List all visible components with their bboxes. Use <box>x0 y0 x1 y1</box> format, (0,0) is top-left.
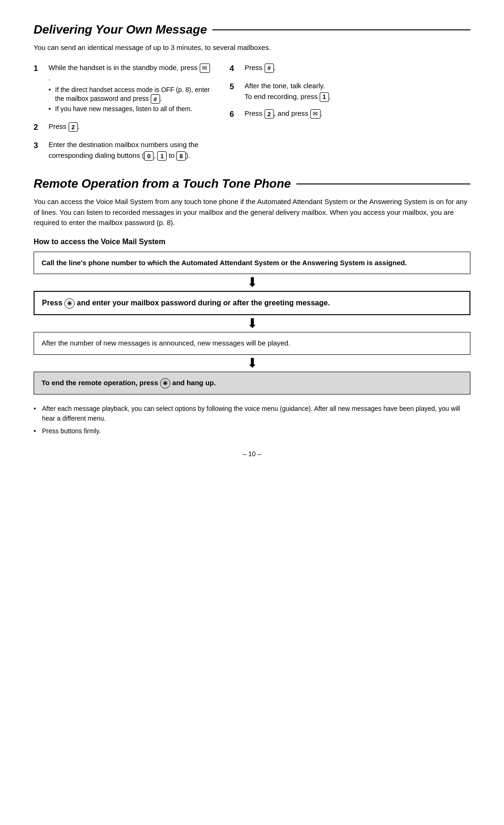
step-3-content: Enter the destination mailbox numbers us… <box>49 140 211 161</box>
step-2-content: Press 2. <box>49 121 211 132</box>
step-5: 5 After the tone, talk clearly.To end re… <box>230 81 470 102</box>
step-6: 6 Press 2, and press ✉. <box>230 108 470 120</box>
step-3-text: Enter the destination mailbox numbers us… <box>49 141 198 159</box>
key-1-step5: 1 <box>320 92 329 102</box>
flow-box-1: Call the line's phone number to which th… <box>34 252 470 275</box>
step-1-bullet-1: If the direct handset access mode is OFF… <box>49 85 211 104</box>
key-2-step2: 2 <box>69 122 78 132</box>
step-number-6: 6 <box>230 108 243 120</box>
section1-intro: You can send an identical message of up … <box>34 42 470 53</box>
flow-box-3-text: After the number of new messages is anno… <box>42 339 290 347</box>
section2: Remote Operation from a Touch Tone Phone… <box>34 176 470 436</box>
step-6-text: Press 2, and press ✉. <box>245 109 322 117</box>
step-5-text: After the tone, talk clearly.To end reco… <box>245 82 331 100</box>
step-1: 1 While the handset is in the standby mo… <box>34 63 211 115</box>
step-1-text: While the handset is in the standby mode… <box>49 63 200 71</box>
title-line-2 <box>296 183 470 184</box>
step-1-period: . <box>49 74 50 82</box>
star-key-box2: ✳ <box>64 298 75 309</box>
step-number-5: 5 <box>230 81 243 93</box>
flow-box-4: To end the remote operation, press ✳ and… <box>34 372 470 395</box>
step-1-bullet-2: If you have new messages, listen to all … <box>49 105 211 114</box>
flow-box-4-text: To end the remote operation, press ✳ and… <box>42 379 216 387</box>
flow-box-2: Press ✳ and enter your mailbox password … <box>34 291 470 315</box>
flow-box-3: After the number of new messages is anno… <box>34 332 470 355</box>
step-5-content: After the tone, talk clearly.To end reco… <box>245 81 470 102</box>
subsection-heading: How to access the Voice Mail System <box>34 238 470 246</box>
bottom-note-1: After each message playback, you can sel… <box>34 404 470 423</box>
hash-key-bullet: # <box>151 94 160 104</box>
step-number-4: 4 <box>230 63 243 75</box>
step-2-period: . <box>78 122 80 130</box>
envelope-key-step6: ✉ <box>310 109 321 119</box>
star-key-box4: ✳ <box>160 378 170 388</box>
step-3: 3 Enter the destination mailbox numbers … <box>34 140 211 161</box>
step-6-content: Press 2, and press ✉. <box>245 108 470 119</box>
flow-container: Call the line's phone number to which th… <box>34 252 470 395</box>
key-1-range: 1 <box>157 151 167 161</box>
bottom-note-2: Press buttons firmly. <box>34 426 470 436</box>
step-2-text: Press <box>49 122 69 130</box>
title-line <box>212 29 470 30</box>
section2-intro: You can access the Voice Mail System fro… <box>34 197 470 228</box>
flow-box-2-text: Press ✳ and enter your mailbox password … <box>42 299 330 307</box>
step-4-text: Press #. <box>245 63 276 71</box>
step-1-bullets: If the direct handset access mode is OFF… <box>49 85 211 114</box>
steps-left: 1 While the handset is in the standby mo… <box>34 63 211 168</box>
step-number-1: 1 <box>34 63 47 75</box>
step-4: 4 Press #. <box>230 63 470 75</box>
steps-columns: 1 While the handset is in the standby mo… <box>34 63 470 168</box>
key-2-step6: 2 <box>265 109 274 119</box>
section1-title: Delivering Your Own Message <box>34 22 470 37</box>
key-0: 0 <box>144 151 154 161</box>
flow-arrow-3: ⬇ <box>34 357 470 370</box>
steps-right: 4 Press #. 5 After the tone, talk clearl… <box>230 63 470 168</box>
page-number: – 10 – <box>34 450 470 458</box>
step-1-content: While the handset is in the standby mode… <box>49 63 211 115</box>
bottom-notes-list: After each message playback, you can sel… <box>34 404 470 436</box>
flow-arrow-2: ⬇ <box>34 317 470 330</box>
step-4-content: Press #. <box>245 63 470 73</box>
bottom-notes: After each message playback, you can sel… <box>34 404 470 436</box>
envelope-key-1: ✉ <box>200 63 210 73</box>
step-2: 2 Press 2. <box>34 121 211 134</box>
section1: Delivering Your Own Message You can send… <box>34 22 470 167</box>
hash-key-step4: # <box>265 63 274 73</box>
flow-arrow-1: ⬇ <box>34 276 470 289</box>
step-number-2: 2 <box>34 121 47 134</box>
key-8-range: 8 <box>176 151 186 161</box>
section2-title: Remote Operation from a Touch Tone Phone <box>34 176 470 191</box>
step-number-3: 3 <box>34 140 47 152</box>
flow-box-1-text: Call the line's phone number to which th… <box>42 259 407 267</box>
